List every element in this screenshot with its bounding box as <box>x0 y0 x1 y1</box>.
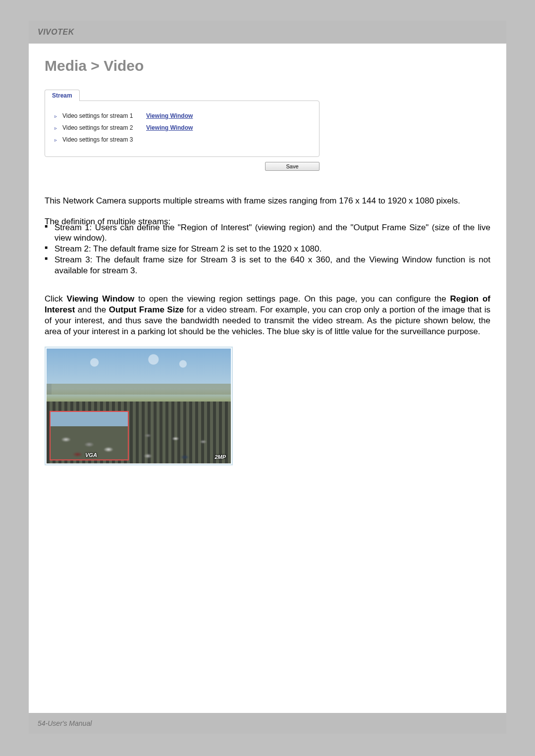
stream-row: ▹ Video settings for stream 2 Viewing Wi… <box>53 122 311 134</box>
tab-panel: ▹ Video settings for stream 1 Viewing Wi… <box>45 101 320 157</box>
stream-settings-panel: Stream ▹ Video settings for stream 1 Vie… <box>45 89 320 171</box>
breadcrumb: Media > Video <box>45 57 490 74</box>
tab-stream[interactable]: Stream <box>45 90 80 101</box>
text-bold: Viewing Window <box>67 294 135 303</box>
viewing-window-link[interactable]: Viewing Window <box>146 112 193 119</box>
text-run: to open the viewing region settings page… <box>134 294 450 303</box>
text-run: and the <box>75 305 108 314</box>
chevron-right-icon[interactable]: ▹ <box>53 113 58 119</box>
text-bold: Output Frame Size <box>109 305 184 314</box>
stream-row: ▹ Video settings for stream 3 <box>53 134 311 146</box>
tabset: Stream <box>45 89 320 101</box>
manual-page: VIVOTEK Media > Video Stream ▹ Video set… <box>29 21 506 734</box>
doc-title: User's Manual <box>48 719 92 727</box>
list-item: Stream 2: The default frame size for Str… <box>45 244 490 254</box>
save-row: Save <box>45 162 320 171</box>
paragraph: This Network Camera supports multiple st… <box>45 196 490 206</box>
save-button[interactable]: Save <box>265 162 320 171</box>
text-run: Click <box>45 294 67 303</box>
stream-row: ▹ Video settings for stream 1 Viewing Wi… <box>53 110 311 122</box>
roi-inset: VGA <box>50 411 129 460</box>
paragraph: Click Viewing Window to open the viewing… <box>45 294 490 337</box>
chevron-right-icon[interactable]: ▹ <box>53 137 58 143</box>
page-number: 54 <box>38 719 46 727</box>
list-item: Stream 1: Users can define the "Region o… <box>45 222 490 244</box>
parking-lot-figure: VGA 2MP <box>45 347 233 465</box>
viewing-window-link[interactable]: Viewing Window <box>146 124 193 131</box>
mountains-decoration <box>47 384 231 395</box>
body-text: This Network Camera supports multiple st… <box>45 196 490 465</box>
parking-scene-image: VGA 2MP <box>47 349 231 463</box>
header-band: VIVOTEK <box>29 21 506 44</box>
mp-badge: 2MP <box>214 454 226 460</box>
stream-label: Video settings for stream 3 <box>62 136 139 143</box>
chevron-right-icon[interactable]: ▹ <box>53 125 58 131</box>
page-content: Media > Video Stream ▹ Video settings fo… <box>29 44 506 465</box>
stream-label: Video settings for stream 1 <box>62 112 139 119</box>
vga-badge: VGA <box>85 452 97 458</box>
bullet-list: Stream 1: Users can define the "Region o… <box>45 222 490 276</box>
footer-band: 54 - User's Manual <box>29 713 506 734</box>
clouds-decoration <box>65 353 213 368</box>
list-item: Stream 3: The default frame size for Str… <box>45 254 490 276</box>
stream-label: Video settings for stream 2 <box>62 124 139 131</box>
brand-label: VIVOTEK <box>38 28 74 37</box>
